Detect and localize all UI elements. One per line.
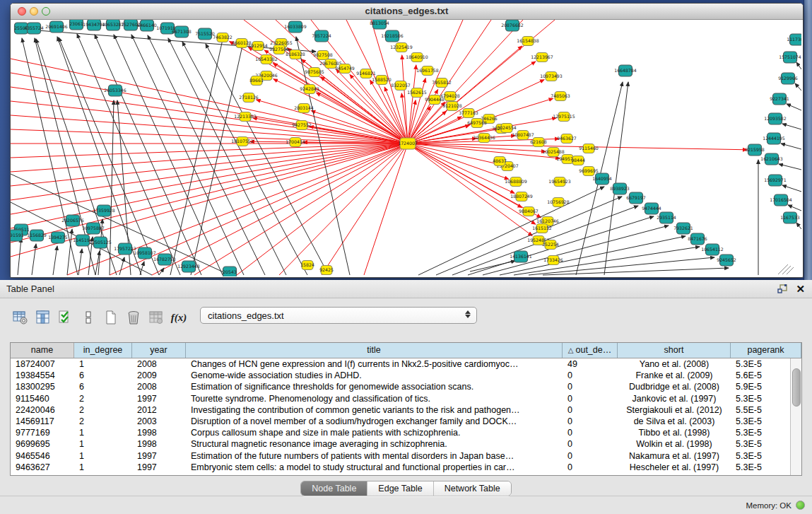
table-toolbar: f(x) citations_edges.txt [11,307,188,328]
node-label: 26053346 [104,88,126,93]
tab-network-table[interactable]: Network Table [434,481,511,496]
node-label: 16210643 [760,156,783,161]
node-label: 9227341 [770,96,789,101]
node-label: 1733426 [543,257,563,262]
rows-icon [81,310,96,325]
column-header-out_degree[interactable]: △out_de… [563,343,618,358]
node-label: 9427552 [292,122,312,127]
table-row[interactable]: 2242004622012Investigating the contribut… [11,404,801,416]
citation-edge-black [53,246,57,275]
citation-edge-black [18,238,21,275]
node-label: 12975115 [553,114,575,119]
node-attribute-table: namein_degreeyeartitle△out_de…shortpager… [10,342,802,476]
create-table-button[interactable] [102,308,120,327]
row-height-button[interactable] [79,308,98,327]
close-panel-icon[interactable]: ✕ [796,284,805,294]
table-cell: 0 [563,416,618,427]
import-table-button[interactable] [147,308,165,327]
table-cell: 9465546 [11,450,74,462]
table-mode-button[interactable] [11,308,30,327]
table-panel-title: Table Panel [6,284,54,294]
table-row[interactable]: 946554611997Estimation of the future num… [11,450,801,462]
node-label: 8215958 [745,147,765,152]
window-title: citations_edges.txt [11,4,803,19]
node-label: 6794028 [440,93,460,98]
table-cell: 1997 [132,393,186,404]
table-gear-icon [13,310,28,325]
table-cell: 0 [563,450,618,462]
tab-node-table[interactable]: Node Table [301,481,367,496]
node-label: 7857224 [312,33,331,38]
citation-edge-black [788,205,801,211]
node-label: 16033809 [284,24,307,29]
node-label: 17957223 [114,246,136,251]
window-titlebar[interactable]: citations_edges.txt [11,4,803,20]
resize-grip-icon [778,264,788,274]
node-label: 9474444 [642,206,661,211]
node-label: 1588520 [372,77,392,82]
citation-network-graph[interactable]: 2550343557242069140623061194347941065328… [11,20,801,276]
table-cell: 2008 [132,381,186,392]
citation-edge-black [782,185,801,192]
citation-edge-red [152,144,408,275]
column-header-short[interactable]: short [618,343,731,358]
table-cell: 2003 [132,416,186,427]
node-label: 7515520 [195,31,215,36]
column-header-name[interactable]: name [11,343,74,358]
node-label: 7485063 [551,93,570,98]
table-cell: 0 [563,427,618,438]
citation-edge-black [787,104,801,110]
table-cell: 0 [563,438,618,450]
node-label: 12093582 [764,116,787,121]
table-cell: 9777169 [11,427,74,438]
select-columns-button[interactable] [57,308,75,327]
node-label: 17016504 [770,197,792,202]
table-cell: Structural magnetic resonance image aver… [186,438,563,450]
citation-edge-red [11,144,408,214]
table-cell: Corpus callosum shape and size in male p… [186,427,563,438]
node-label: 19218506 [381,33,404,38]
node-label: 1700414 [286,139,305,144]
desktop-edge-strip [804,0,812,280]
table-cell: Dudbridge et al. (2008) [618,381,731,392]
table-row[interactable]: 1830029562008Estimation of significance … [11,381,801,392]
node-label: 8454749 [335,66,355,71]
table-cell: 1998 [132,438,186,450]
table-cell: 14569117 [11,416,74,427]
node-label: 18640910 [406,54,428,59]
table-tabs-bar: Node TableEdge TableNetwork Table [0,481,812,496]
resize-grip-icon [782,266,791,274]
vertical-scrollbar[interactable] [790,358,801,475]
float-panel-icon[interactable] [777,284,788,293]
table-row[interactable]: 1938455462009Genome-wide association stu… [11,370,801,381]
node-label: 1117304 [787,37,801,42]
table-cell: 1997 [132,462,186,473]
citation-edge-red [11,144,408,172]
node-label: 16782753 [153,257,176,262]
node-label: 20691406 [45,24,68,29]
scrollbar-thumb[interactable] [792,368,801,407]
show-column-button[interactable] [34,308,52,327]
function-builder-button[interactable]: f(x) [170,308,188,327]
node-label: 12213967 [531,54,553,59]
table-row[interactable]: 911546021997Tourette syndrome. Phenomeno… [11,393,801,404]
table-select-dropdown[interactable]: citations_edges.txt [200,307,477,324]
column-header-pagerank[interactable]: pagerank [731,343,801,358]
tab-edge-table[interactable]: Edge Table [367,481,433,496]
table-row[interactable]: 1872400712008Changes of HCN gene express… [11,358,801,370]
table-row[interactable]: 1456911722003Disruption of a novel membe… [11,416,801,427]
column-header-year[interactable]: year [132,343,186,358]
column-header-title[interactable]: title [186,343,563,358]
table-row[interactable]: 977716911998Corpus callosum shape and si… [11,427,801,438]
table-row[interactable]: 946362711997Embryonic stem cells: a mode… [11,462,801,473]
citation-edge-black [796,62,801,69]
network-canvas[interactable]: 2550343557242069140623061194347941065328… [11,20,801,276]
delete-table-button[interactable] [124,308,143,327]
citation-edge-red [237,144,408,275]
node-label: 23061 [69,21,83,26]
table-cell: Genome-wide association studies in ADHD. [186,370,563,381]
table-row[interactable]: 969969511998Structural magnetic resonanc… [11,438,801,450]
node-label: 9245652 [717,257,736,262]
citation-edge-black [140,262,144,275]
column-header-in_degree[interactable]: in_degree [74,343,132,358]
